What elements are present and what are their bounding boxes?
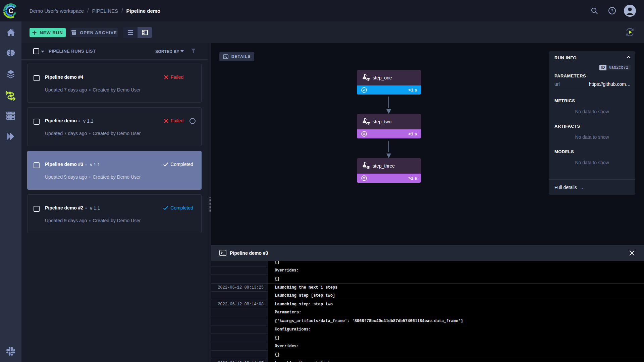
svg-text:C: C [9,7,13,14]
